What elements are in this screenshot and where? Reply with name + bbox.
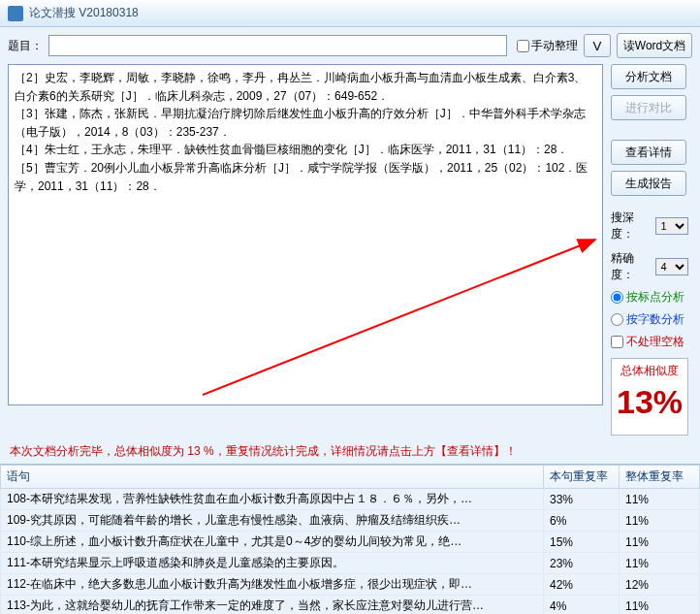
col-sentence[interactable]: 语句 [1,466,544,489]
v-button[interactable]: V [584,34,611,57]
annotation-arrow [203,220,603,404]
ref-line: ［3］张建，陈杰，张新民．早期抗凝治疗脾切除后继发性血小板升高的疗效分析［J］．… [15,105,596,141]
detail-button[interactable]: 查看详情 [611,140,686,165]
similarity-score-box: 总体相似度 13% [611,358,688,436]
cell-rate2: 12% [620,574,700,596]
cell-rate1: 15% [544,532,620,553]
cell-rate1: 4% [544,596,620,615]
svg-line-1 [203,240,595,395]
depth-select[interactable]: 1 [655,217,688,235]
read-word-button[interactable]: 读Word文档 [617,33,692,58]
col-sentence-rate[interactable]: 本句重复率 [544,466,620,489]
topic-label: 题目： [8,38,43,54]
window-title: 论文潜搜 V20180318 [29,5,139,21]
radio-punct[interactable]: 按标点分析 [611,289,684,306]
precision-select[interactable]: 4 [655,258,688,275]
manual-sort-checkbox[interactable]: 手动整理 [517,38,578,54]
cell-sentence: 110-综上所述，血小板计数升高症状在儿童中，尤其是0～4岁的婴幼儿间较为常见，… [1,532,544,553]
analyze-button[interactable]: 分析文档 [611,64,686,89]
cell-sentence: 111-本研究结果显示上呼吸道感染和肺炎是儿童感染的主要原因。 [1,553,544,574]
table-row[interactable]: 113-为此，这就给婴幼儿的抚育工作带来一定的难度了，当然，家长应注意对婴幼儿进… [1,596,700,615]
cell-rate2: 11% [620,596,700,615]
cell-sentence: 113-为此，这就给婴幼儿的抚育工作带来一定的难度了，当然，家长应注意对婴幼儿进… [1,596,544,615]
results-table: 语句 本句重复率 整体重复率 108-本研究结果发现，营养性缺铁性贫血在血小板计… [0,465,700,614]
ref-line: ［4］朱士红，王永志，朱理平．缺铁性贫血骨髓巨核细胞的变化［J］．临床医学，20… [15,141,596,159]
col-overall-rate[interactable]: 整体重复率 [620,466,700,489]
title-bar: 论文潜搜 V20180318 [0,0,700,27]
topic-input[interactable] [48,35,507,56]
report-button[interactable]: 生成报告 [611,171,686,196]
cell-rate2: 11% [620,510,700,532]
score-label: 总体相似度 [620,363,679,379]
cell-sentence: 109-究其原因，可能随着年龄的增长，儿童患有慢性感染、血液病、肿瘤及结缔组织疾… [1,510,544,532]
table-row[interactable]: 111-本研究结果显示上呼吸道感染和肺炎是儿童感染的主要原因。23%11% [1,553,700,574]
reference-textbox[interactable]: ［2］史宏，李晓辉，周敏，李晓静，徐鸣，李丹，冉丛兰．川崎病血小板升高与血清血小… [8,64,603,405]
chk-nospace[interactable]: 不处理空格 [611,334,684,350]
cell-rate1: 23% [544,553,620,574]
cell-sentence: 112-在临床中，绝大多数患儿血小板计数升高为继发性血小板增多症，很少出现症状，… [1,574,544,596]
cell-rate2: 11% [620,553,700,574]
cell-sentence: 108-本研究结果发现，营养性缺铁性贫血在血小板计数升高原因中占１８．６％，另外… [1,489,544,510]
cell-rate2: 11% [620,489,700,510]
app-icon [8,6,23,21]
ref-line: ［5］曹宝芳．20例小儿血小板异常升高临床分析［J］．咸宁学院学报（医学版），2… [15,159,596,195]
table-row[interactable]: 108-本研究结果发现，营养性缺铁性贫血在血小板计数升高原因中占１８．６％，另外… [1,489,700,510]
score-percent: 13% [617,379,683,426]
table-row[interactable]: 112-在临床中，绝大多数患儿血小板计数升高为继发性血小板增多症，很少出现症状，… [1,574,700,596]
table-row[interactable]: 110-综上所述，血小板计数升高症状在儿童中，尤其是0～4岁的婴幼儿间较为常见，… [1,532,700,553]
table-row[interactable]: 109-究其原因，可能随着年龄的增长，儿童患有慢性感染、血液病、肿瘤及结缔组织疾… [1,510,700,532]
cell-rate1: 6% [544,510,620,532]
ref-line: ［2］史宏，李晓辉，周敏，李晓静，徐鸣，李丹，冉丛兰．川崎病血小板升高与血清血小… [15,69,596,105]
depth-label: 搜深度： [611,210,653,242]
cell-rate1: 33% [544,489,620,510]
compare-button: 进行对比 [611,95,686,120]
cell-rate2: 11% [620,532,700,553]
status-text: 本次文档分析完毕，总体相似度为 13 %，重复情况统计完成，详细情况请点击上方【… [0,436,700,464]
precision-label: 精确度： [611,250,653,283]
cell-rate1: 42% [544,574,620,596]
radio-count[interactable]: 按字数分析 [611,311,684,328]
